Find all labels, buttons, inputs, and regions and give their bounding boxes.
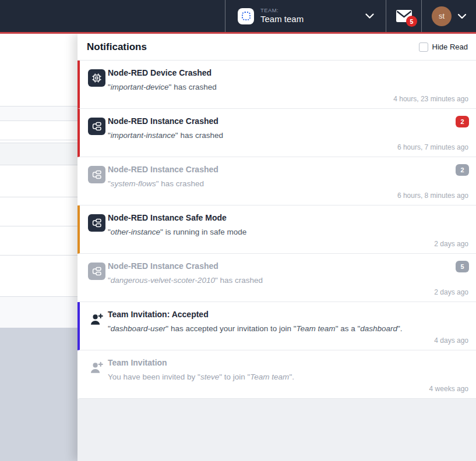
hide-read-label: Hide Read xyxy=(432,42,468,51)
notification-body: "important-device" has crashed xyxy=(108,82,441,93)
notification-count-badge: 2 xyxy=(456,116,469,127)
hide-read-toggle[interactable]: Hide Read xyxy=(419,42,468,52)
notification-title: Team Invitation xyxy=(108,358,441,368)
notification-item[interactable]: Team Invitation You have been invited by… xyxy=(77,350,476,399)
notification-body: "dangerous-velvet-scoter-2010" has crash… xyxy=(108,275,441,286)
notification-item[interactable]: Team Invitation: Accepted "dashboard-use… xyxy=(77,302,476,350)
navbar-spacer xyxy=(0,0,225,32)
notification-title: Node-RED Instance Crashed xyxy=(108,165,441,175)
user-add-icon xyxy=(88,311,105,328)
notification-timestamp: 6 hours, 7 minutes ago xyxy=(397,143,468,151)
user-add-icon xyxy=(88,359,105,377)
notification-item[interactable]: Node-RED Instance Crashed "important-ins… xyxy=(77,109,476,157)
background-divider xyxy=(0,197,77,197)
notifications-header: Notifications Hide Read xyxy=(77,34,476,61)
team-label: TEAM: xyxy=(260,7,304,14)
notification-item[interactable]: Node-RED Device Crashed "important-devic… xyxy=(77,61,476,109)
notification-timestamp: 4 weeks ago xyxy=(429,385,468,393)
notification-count-badge: 5 xyxy=(456,261,469,272)
notification-timestamp: 4 days ago xyxy=(434,336,468,345)
notifications-panel: Notifications Hide Read Node-RED Device … xyxy=(77,34,476,461)
notification-title: Node-RED Instance Safe Mode xyxy=(108,213,441,224)
notification-content: Team Invitation You have been invited by… xyxy=(108,350,476,382)
background-divider xyxy=(0,143,77,143)
notification-content: Node-RED Instance Crashed "important-ins… xyxy=(108,109,476,140)
notification-content: Node-RED Instance Crashed "dangerous-vel… xyxy=(108,254,476,285)
team-name: Team team xyxy=(260,14,304,25)
chevron-down-icon xyxy=(458,14,466,19)
background-divider xyxy=(0,255,77,256)
notification-item[interactable]: Node-RED Instance Crashed "system-flows"… xyxy=(77,157,476,205)
team-selector-text: TEAM: Team team xyxy=(260,7,304,25)
notification-content: Node-RED Instance Safe Mode "other-insta… xyxy=(108,205,476,237)
notification-body: "important-instance" has crashed xyxy=(108,130,441,141)
panel-title: Notifications xyxy=(87,41,147,53)
instance-icon xyxy=(88,166,105,183)
notification-body: You have been invited by "steve" to join… xyxy=(108,372,441,382)
notification-body: "system-flows" has crashed xyxy=(108,179,441,189)
device-icon xyxy=(88,69,105,87)
background-page xyxy=(0,34,77,461)
notification-timestamp: 6 hours, 8 minutes ago xyxy=(397,192,468,200)
avatar: st xyxy=(432,6,452,26)
notification-item[interactable]: Node-RED Instance Safe Mode "other-insta… xyxy=(77,205,476,254)
notification-list: Node-RED Device Crashed "important-devic… xyxy=(77,61,476,399)
team-selector[interactable]: TEAM: Team team xyxy=(225,0,386,32)
notification-content: Node-RED Device Crashed "important-devic… xyxy=(108,61,476,92)
background-divider xyxy=(0,296,77,297)
unread-count-badge: 5 xyxy=(406,16,417,27)
user-menu[interactable]: st xyxy=(421,0,476,32)
background-divider xyxy=(0,226,77,226)
chevron-down-icon xyxy=(365,13,374,19)
notification-timestamp: 2 days ago xyxy=(434,288,468,296)
instance-icon xyxy=(88,118,105,135)
instance-icon xyxy=(88,263,105,280)
notification-count-badge: 2 xyxy=(456,164,469,176)
background-divider xyxy=(0,140,77,140)
notifications-inbox-button[interactable]: 5 xyxy=(386,0,421,32)
background-row xyxy=(0,106,77,120)
background-row xyxy=(0,143,77,165)
instance-icon xyxy=(88,214,105,232)
notification-title: Node-RED Instance Crashed xyxy=(108,116,441,127)
notification-body: "other-instance" is running in safe mode xyxy=(108,227,441,237)
top-navbar: TEAM: Team team 5 st xyxy=(0,0,476,32)
hide-read-checkbox[interactable] xyxy=(419,42,428,52)
notification-body: "dashboard-user" has accepted your invit… xyxy=(108,324,441,334)
accent-line xyxy=(0,32,476,34)
background-divider xyxy=(0,120,77,121)
notification-title: Node-RED Instance Crashed xyxy=(108,261,441,272)
notification-timestamp: 4 hours, 23 minutes ago xyxy=(393,95,468,103)
background-row xyxy=(0,296,77,328)
notification-item[interactable]: Node-RED Instance Crashed "dangerous-vel… xyxy=(77,254,476,302)
notification-content: Node-RED Instance Crashed "system-flows"… xyxy=(108,157,476,189)
background-divider xyxy=(0,165,77,165)
background-block xyxy=(0,328,77,461)
notification-title: Team Invitation: Accepted xyxy=(108,310,441,320)
notification-content: Team Invitation: Accepted "dashboard-use… xyxy=(108,302,476,334)
background-divider xyxy=(0,106,77,107)
notification-timestamp: 2 days ago xyxy=(434,240,468,248)
panel-footer-area xyxy=(77,399,476,461)
team-icon xyxy=(238,8,254,24)
team-icon-ring xyxy=(242,12,251,20)
notification-title: Node-RED Device Crashed xyxy=(108,68,441,79)
